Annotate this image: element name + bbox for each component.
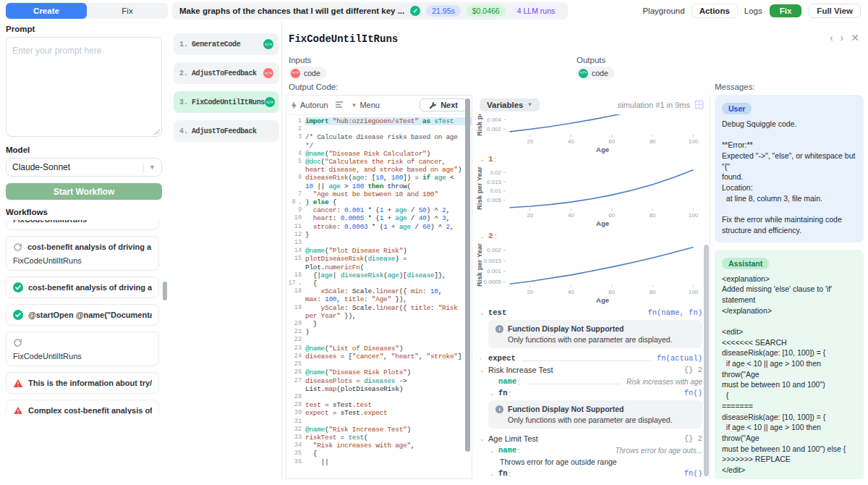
code-row: 5@doc("Calculates the risk of cancer, bbox=[286, 158, 472, 166]
fix-tab-button[interactable]: Fix bbox=[87, 3, 168, 19]
run-badge: 21.95s bbox=[426, 5, 461, 17]
code-line: heart disease, and stroke based on age") bbox=[305, 166, 472, 174]
workflow-item[interactable]: @startOpen @name("Documentation") do... bbox=[6, 304, 159, 326]
chevron-down-icon[interactable]: ⌄ bbox=[480, 310, 488, 316]
workflow-item[interactable]: cost-benefit analysis of driving a small… bbox=[6, 277, 159, 298]
workflow-item[interactable]: cost-benefit analysis of driving a small… bbox=[6, 236, 159, 271]
code-row: per Year" }), bbox=[286, 312, 472, 320]
variable-row[interactable]: ›expectfn(actual) bbox=[474, 353, 710, 364]
variable-value: Throws error for age outs... bbox=[615, 447, 702, 455]
inputs-code-pill[interactable]: </> code bbox=[289, 67, 326, 80]
code-row: 10 || age > 100 then throw( bbox=[286, 182, 472, 190]
chevron-down-icon[interactable]: ⌄ bbox=[480, 367, 488, 374]
prev-step-icon[interactable]: ‹ bbox=[830, 32, 833, 43]
variable-index-row[interactable]: ⌄1: bbox=[474, 153, 710, 165]
variable-key: fn bbox=[498, 389, 508, 397]
variables-content: 0.0020.00420406080100AgeRisk per Year⌄1:… bbox=[474, 114, 710, 478]
variable-row[interactable]: ⌄fn:fn() bbox=[474, 387, 710, 399]
chevron-down-icon[interactable]: ⌄ bbox=[480, 436, 488, 442]
code-row: 30expect = sTest.expect bbox=[286, 409, 472, 417]
autorun-button[interactable]: Autorun bbox=[291, 101, 328, 109]
workflow-step-adjusttofeedback[interactable]: 2.AdjustToFeedback</> bbox=[174, 62, 279, 84]
workflow-item[interactable]: FixCodeUntilItRuns bbox=[6, 332, 159, 366]
prompt-input[interactable]: Enter your prompt here bbox=[6, 37, 162, 137]
code-body[interactable]: 1import "hub:ozziegooen/sTest" as sTest2… bbox=[286, 115, 472, 478]
outputs-code-pill[interactable]: </> code bbox=[576, 67, 614, 80]
function-display-note: iFunction Display Not SupportedOnly func… bbox=[488, 400, 702, 429]
inputs-label: Inputs bbox=[289, 56, 311, 64]
chevron-right-icon[interactable]: › bbox=[480, 355, 488, 362]
code-line: {|age| diseaseRisk(age)[disease]}, bbox=[305, 271, 472, 279]
workflow-item[interactable]: Complex cost-benefit analysis of driving… bbox=[6, 400, 159, 414]
table-view-icon[interactable] bbox=[694, 100, 704, 109]
chevron-down-icon[interactable]: ⌄ bbox=[490, 471, 498, 477]
code-line: @name("Plot Disease Risk") bbox=[305, 247, 472, 255]
prompt-placeholder: Enter your prompt here bbox=[12, 46, 101, 56]
workflow-step-adjusttofeedback[interactable]: 4.AdjustToFeedback bbox=[174, 120, 279, 142]
code-line: */ bbox=[305, 142, 472, 150]
code-row: 12} bbox=[286, 231, 472, 239]
run-title: Make graphs of the chances that I will g… bbox=[179, 7, 404, 15]
variables-scrollbar[interactable] bbox=[704, 245, 709, 476]
next-button[interactable]: Next bbox=[420, 98, 467, 111]
menu-button[interactable]: ▼ Menu bbox=[352, 101, 380, 109]
code-row: 6diseaseRisk(age: [10, 100]) = if age < bbox=[286, 174, 472, 182]
line-number: 18 bbox=[286, 287, 305, 295]
info-title-text: Function Display Not Supported bbox=[508, 324, 624, 333]
close-icon[interactable]: ✕ bbox=[851, 32, 859, 43]
next-step-icon[interactable]: › bbox=[841, 32, 844, 43]
svg-text:Risk per Year: Risk per Year bbox=[475, 166, 483, 210]
chevron-down-icon[interactable]: ⌄ bbox=[480, 156, 488, 163]
svg-text:20: 20 bbox=[527, 212, 533, 219]
chevron-down-icon[interactable]: ⌄ bbox=[490, 447, 498, 454]
create-button[interactable]: Create bbox=[6, 3, 87, 19]
chevron-down-icon: ▼ bbox=[149, 164, 156, 171]
variable-row[interactable]: ⌄Risk Increase Test{} 2 bbox=[474, 364, 710, 376]
variable-index-row[interactable]: ⌄2: bbox=[474, 230, 710, 242]
assistant-role-badge: Assistant bbox=[722, 258, 769, 269]
line-number: 33 bbox=[286, 434, 305, 442]
variable-row[interactable]: ⌄Age Limit Test{} 2 bbox=[474, 433, 710, 444]
line-number: 34 bbox=[286, 442, 305, 450]
variable-key: Age Limit Test bbox=[488, 434, 538, 443]
start-workflow-button[interactable]: Start Workflow bbox=[6, 183, 162, 200]
model-select[interactable]: Claude-Sonnet | ▼ bbox=[6, 158, 162, 177]
nav-playground[interactable]: Playground bbox=[642, 7, 684, 15]
fix-button[interactable]: Fix bbox=[770, 4, 802, 17]
nav-actions[interactable]: Actions bbox=[692, 4, 737, 17]
variable-row[interactable]: ⌄fn:fn() bbox=[474, 468, 710, 478]
workflow-step-generatecode[interactable]: 1.GenerateCode</> bbox=[174, 33, 279, 55]
code-line: per Year" }), bbox=[305, 312, 472, 320]
code-row: heart disease, and stroke based on age") bbox=[286, 166, 472, 174]
code-line bbox=[305, 393, 472, 401]
workflows-scrollbar[interactable] bbox=[163, 282, 167, 300]
variable-row[interactable]: name:Risk increases with age bbox=[474, 376, 710, 387]
full-view-button[interactable]: Full View bbox=[809, 4, 861, 18]
code-row: 8 ⌄) else { bbox=[286, 198, 472, 206]
workflow-item[interactable]: This is the information about try/catch.… bbox=[6, 372, 159, 394]
code-green-icon: </> bbox=[263, 39, 273, 49]
nav-logs[interactable]: Logs bbox=[744, 7, 762, 15]
code-line: ) bbox=[305, 328, 472, 336]
line-number: 29 bbox=[286, 401, 305, 409]
info-icon: i bbox=[495, 405, 503, 413]
line-number bbox=[286, 295, 305, 303]
variables-dropdown[interactable]: Variables ▼ bbox=[480, 98, 540, 111]
run-status-bar[interactable]: Make graphs of the chances that I will g… bbox=[172, 2, 568, 20]
variable-row[interactable]: ⌄testfn(name, fn) bbox=[474, 307, 710, 319]
svg-text:80: 80 bbox=[650, 289, 656, 295]
editor-scrollbar[interactable] bbox=[465, 98, 470, 452]
format-icon[interactable] bbox=[336, 101, 344, 109]
resize-handle-icon[interactable] bbox=[153, 128, 160, 135]
code-row: 13 bbox=[286, 239, 472, 247]
user-role-badge: User bbox=[722, 103, 752, 114]
workflow-step-fixcodeuntilitruns[interactable]: 3.FixCodeUntilItRuns</> bbox=[174, 91, 279, 113]
code-line: @name("Risk Increase Test") bbox=[305, 426, 472, 434]
code-row: 20 } bbox=[286, 320, 472, 328]
chevron-down-icon[interactable]: ⌄ bbox=[480, 233, 488, 240]
chevron-down-icon[interactable]: ⌄ bbox=[490, 390, 498, 397]
workflow-item[interactable]: FixCodeUntilItRuns bbox=[6, 220, 159, 230]
line-number: 15 bbox=[286, 255, 305, 263]
variable-row[interactable]: ⌄name:Throws error for age outs... bbox=[474, 444, 710, 456]
code-line: expect = sTest.expect bbox=[305, 409, 472, 417]
